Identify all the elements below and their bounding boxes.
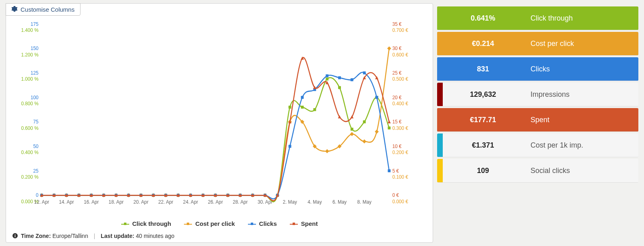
metric-value: €0.214: [443, 32, 523, 55]
legend-label: Clicks: [259, 220, 277, 227]
svg-text:25 €: 25 €: [392, 70, 402, 76]
svg-text:10 €: 10 €: [392, 144, 402, 149]
svg-text:15 €: 15 €: [392, 119, 402, 125]
legend-label: Click through: [132, 220, 171, 227]
metric-click-through[interactable]: 0.641%Click through: [437, 6, 638, 30]
svg-text:125: 125: [31, 70, 39, 76]
svg-rect-103: [387, 46, 391, 50]
svg-text:18. Apr: 18. Apr: [109, 199, 124, 205]
chart-legend: Click throughCost per clickClicksSpent: [6, 217, 433, 230]
legend-item[interactable]: Click through: [121, 220, 171, 227]
svg-text:175: 175: [31, 21, 39, 27]
chart-footer: Time Zone: Europe/Tallinn | Last update:…: [6, 230, 433, 242]
svg-rect-129: [351, 78, 353, 81]
metric-label: Impressions: [523, 83, 638, 106]
svg-text:0.000 €: 0.000 €: [392, 199, 409, 204]
svg-text:0.600 %: 0.600 %: [21, 125, 38, 131]
metric-label: Cost per 1k imp.: [523, 133, 638, 157]
svg-rect-130: [363, 71, 366, 74]
metric-label: Social clicks: [523, 159, 638, 182]
svg-rect-164: [15, 234, 16, 235]
svg-rect-100: [350, 132, 354, 136]
svg-text:0.800 %: 0.800 %: [21, 101, 38, 106]
metric-cost-per-click[interactable]: €0.214Cost per click: [437, 32, 638, 56]
metric-label: Cost per click: [523, 32, 638, 55]
svg-text:6. May: 6. May: [332, 199, 347, 205]
gear-icon: [12, 6, 17, 13]
legend-swatch: [248, 222, 256, 226]
svg-rect-127: [326, 74, 328, 77]
metric-value: 831: [443, 57, 523, 81]
metric-spent[interactable]: €177.71Spent: [437, 108, 638, 132]
metric-label: Click through: [523, 6, 638, 30]
svg-rect-69: [326, 77, 328, 80]
customise-columns-button[interactable]: Customise Columns: [6, 3, 80, 16]
svg-marker-161: [388, 120, 391, 123]
metric-impressions[interactable]: 129,632Impressions: [437, 83, 638, 106]
svg-rect-66: [289, 106, 291, 108]
svg-text:0 €: 0 €: [392, 192, 399, 198]
metrics-chart: 02550751001251501750.000 %0.200 %0.400 %…: [10, 20, 429, 216]
metric-chip: [437, 57, 443, 81]
svg-rect-98: [325, 149, 329, 153]
svg-rect-128: [338, 76, 341, 79]
metric-cost-per-1k-imp-[interactable]: €1.371Cost per 1k imp.: [437, 133, 638, 157]
tz-prefix: Time Zone:: [21, 233, 51, 239]
metric-chip: [437, 83, 443, 106]
metric-clicks[interactable]: 831Clicks: [437, 57, 638, 81]
metric-value: 129,632: [443, 83, 523, 106]
svg-rect-131: [376, 96, 378, 99]
svg-text:12. Apr: 12. Apr: [34, 199, 49, 205]
update-prefix: Last update:: [101, 233, 134, 239]
svg-rect-101: [362, 140, 366, 144]
metric-social-clicks[interactable]: 109Social clicks: [437, 159, 638, 183]
metric-chip: [437, 159, 443, 182]
update-value: 40 minutes ago: [136, 233, 174, 239]
metric-value: €177.71: [443, 108, 523, 131]
svg-text:1.400 %: 1.400 %: [21, 27, 38, 33]
svg-rect-70: [338, 86, 341, 89]
svg-text:22. Apr: 22. Apr: [158, 199, 173, 205]
svg-rect-71: [351, 128, 353, 131]
svg-text:0: 0: [36, 192, 39, 198]
svg-text:0.200 €: 0.200 €: [392, 150, 409, 155]
legend-item[interactable]: Cost per click: [184, 220, 235, 227]
svg-text:0.300 €: 0.300 €: [392, 125, 409, 131]
svg-text:5 €: 5 €: [392, 168, 399, 173]
metric-chip: [437, 108, 443, 131]
customise-columns-label: Customise Columns: [21, 6, 74, 13]
svg-text:14. Apr: 14. Apr: [59, 199, 74, 205]
metric-chip: [437, 32, 443, 55]
svg-text:50: 50: [33, 144, 39, 149]
metric-chip: [437, 6, 443, 30]
chart-wrap: 02550751001251501750.000 %0.200 %0.400 %…: [10, 20, 429, 216]
metric-value: 0.641%: [443, 6, 523, 30]
svg-rect-125: [301, 96, 304, 99]
svg-text:0.500 €: 0.500 €: [392, 76, 409, 82]
svg-rect-124: [289, 145, 291, 148]
svg-text:20 €: 20 €: [392, 94, 402, 100]
svg-text:28. Apr: 28. Apr: [233, 199, 248, 205]
metric-label: Clicks: [523, 57, 638, 81]
svg-text:20. Apr: 20. Apr: [134, 199, 149, 205]
svg-rect-74: [388, 127, 390, 129]
svg-text:0.400 %: 0.400 %: [21, 150, 38, 155]
svg-text:1.200 %: 1.200 %: [21, 52, 38, 57]
svg-text:35 €: 35 €: [392, 21, 402, 27]
svg-rect-72: [363, 120, 366, 123]
svg-rect-163: [15, 235, 16, 237]
legend-label: Spent: [301, 220, 318, 227]
svg-text:0.100 €: 0.100 €: [392, 174, 409, 180]
metric-chip: [437, 133, 443, 157]
svg-text:1.000 %: 1.000 %: [21, 76, 38, 82]
svg-text:0.200 %: 0.200 %: [21, 174, 38, 180]
legend-item[interactable]: Clicks: [248, 220, 277, 227]
legend-swatch: [121, 222, 129, 226]
legend-item[interactable]: Spent: [290, 220, 318, 227]
svg-text:0.700 €: 0.700 €: [392, 27, 409, 33]
chart-panel: Customise Columns 02550751001251501750.0…: [6, 3, 433, 243]
svg-text:75: 75: [33, 119, 39, 125]
legend-swatch: [184, 222, 192, 226]
svg-rect-132: [388, 169, 390, 172]
svg-rect-102: [375, 129, 379, 133]
